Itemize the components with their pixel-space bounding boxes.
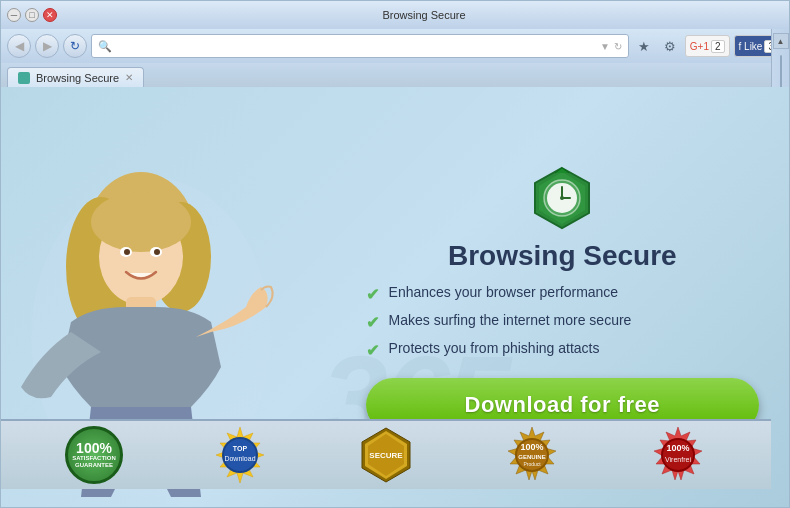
gplus-label: G+1 bbox=[690, 41, 709, 52]
badge-secure: SECURE bbox=[356, 425, 416, 485]
fb-label: f Like bbox=[739, 41, 763, 52]
refresh-button[interactable]: ↻ bbox=[63, 34, 87, 58]
badge-svg-genuine: 100% GENUINE Product bbox=[502, 425, 562, 485]
title-bar-left: ─ □ ✕ bbox=[7, 8, 57, 22]
feature-item-2: ✔ Makes surfing the internet more secure bbox=[366, 312, 759, 332]
window-title: Browsing Secure bbox=[382, 9, 465, 21]
badge-svg-blue: TOP Download bbox=[210, 425, 270, 485]
page-title: Browsing Secure bbox=[366, 240, 759, 272]
svg-text:Download: Download bbox=[224, 455, 255, 462]
feature-text-2: Makes surfing the internet more secure bbox=[389, 312, 632, 328]
close-button[interactable]: ✕ bbox=[43, 8, 57, 22]
tab-label: Browsing Secure bbox=[36, 72, 119, 84]
content-area: 365 bbox=[1, 87, 789, 507]
feature-item-3: ✔ Protects you from phishing attacts bbox=[366, 340, 759, 360]
minimize-button[interactable]: ─ bbox=[7, 8, 21, 22]
address-bar-wrap: 🔍 Browsing Secure ▼ ↻ bbox=[91, 34, 629, 58]
gplus-button[interactable]: G+1 2 bbox=[685, 35, 730, 57]
svg-point-5 bbox=[91, 192, 191, 252]
scroll-up-button[interactable]: ▲ bbox=[773, 33, 789, 49]
badge-percent-1: 100% bbox=[76, 441, 112, 455]
check-icon-3: ✔ bbox=[366, 341, 379, 360]
tab-bar: Browsing Secure ✕ bbox=[1, 63, 789, 87]
badge-virenfrei: 100% Virenfrei bbox=[648, 425, 708, 485]
tab-favicon bbox=[18, 72, 30, 84]
feature-item-1: ✔ Enhances your browser performance bbox=[366, 284, 759, 304]
refresh-small-icon: ↻ bbox=[614, 41, 622, 52]
browser-window: ─ □ ✕ Browsing Secure ◀ ▶ ↻ 🔍 Browsing S… bbox=[0, 0, 790, 508]
nav-bar: ◀ ▶ ↻ 🔍 Browsing Secure ▼ ↻ ★ ⚙ G+1 2 f … bbox=[1, 29, 789, 63]
maximize-button[interactable]: □ bbox=[25, 8, 39, 22]
svg-text:TOP: TOP bbox=[233, 445, 248, 452]
gear-button[interactable]: ⚙ bbox=[659, 35, 681, 57]
badges-bar: 100% SATISFACTIONGUARANTEE TOP Download bbox=[1, 419, 771, 489]
svg-point-17 bbox=[560, 196, 564, 200]
shield-container bbox=[366, 163, 759, 233]
dropdown-arrow-icon: ▼ bbox=[600, 41, 610, 52]
badge-svg-gold: SECURE bbox=[356, 425, 416, 485]
feature-text-3: Protects you from phishing attacts bbox=[389, 340, 600, 356]
star-button[interactable]: ★ bbox=[633, 35, 655, 57]
shield-icon bbox=[527, 163, 597, 233]
check-icon-1: ✔ bbox=[366, 285, 379, 304]
badge-genuine: 100% GENUINE Product bbox=[502, 425, 562, 485]
gplus-count: 2 bbox=[711, 40, 725, 53]
badge-satisfaction: 100% SATISFACTIONGUARANTEE bbox=[64, 425, 124, 485]
title-bar: ─ □ ✕ Browsing Secure bbox=[1, 1, 789, 29]
check-icon-2: ✔ bbox=[366, 313, 379, 332]
forward-button[interactable]: ▶ bbox=[35, 34, 59, 58]
svg-text:100%: 100% bbox=[666, 443, 689, 453]
feature-text-1: Enhances your browser performance bbox=[389, 284, 619, 300]
tab-close-button[interactable]: ✕ bbox=[125, 72, 133, 83]
svg-text:100%: 100% bbox=[520, 442, 543, 452]
svg-text:SECURE: SECURE bbox=[369, 451, 403, 460]
svg-text:Virenfrei: Virenfrei bbox=[665, 456, 691, 463]
address-input[interactable]: Browsing Secure bbox=[116, 39, 596, 53]
badge-text-1: SATISFACTIONGUARANTEE bbox=[72, 455, 116, 469]
active-tab[interactable]: Browsing Secure ✕ bbox=[7, 67, 144, 87]
svg-text:Product: Product bbox=[523, 461, 541, 467]
features-list: ✔ Enhances your browser performance ✔ Ma… bbox=[366, 284, 759, 360]
badge-circle-green: 100% SATISFACTIONGUARANTEE bbox=[65, 426, 123, 484]
back-button[interactable]: ◀ bbox=[7, 34, 31, 58]
svg-point-8 bbox=[124, 249, 130, 255]
svg-point-9 bbox=[154, 249, 160, 255]
svg-text:GENUINE: GENUINE bbox=[518, 454, 545, 460]
badge-top-download: TOP Download bbox=[210, 425, 270, 485]
badge-svg-red: 100% Virenfrei bbox=[648, 425, 708, 485]
